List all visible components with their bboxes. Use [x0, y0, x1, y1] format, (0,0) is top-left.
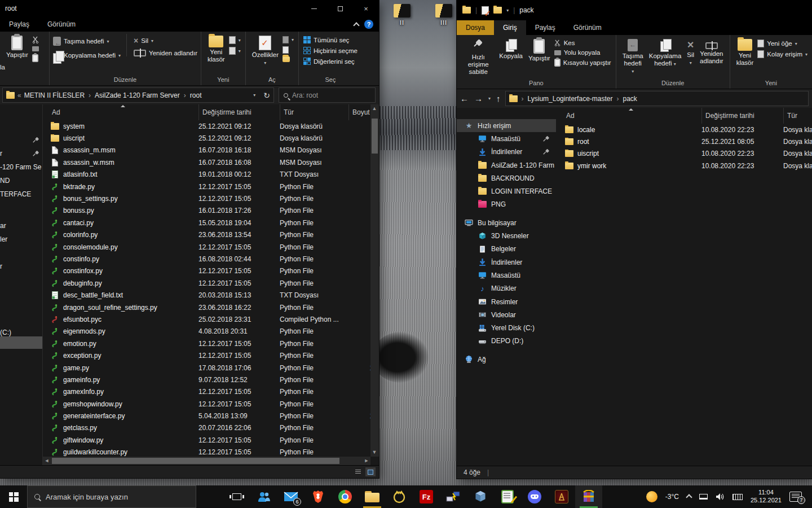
- file-row[interactable]: assassin_w.msm16.07.2018 16:08MSM Dosyas…: [43, 156, 379, 168]
- hidden-icons-button[interactable]: [683, 485, 695, 508]
- breadcrumb-item[interactable]: AsilZade 1-120 Farm Server: [95, 91, 180, 99]
- back-icon[interactable]: ←: [460, 94, 469, 103]
- horizontal-scrollbar[interactable]: ◄ ►: [43, 457, 370, 465]
- help-icon[interactable]: ?: [364, 20, 373, 29]
- copy-button[interactable]: Kopyala: [496, 37, 526, 62]
- sidebar-item-depo-d-[interactable]: DEPO (D:): [457, 335, 556, 348]
- file-row[interactable]: atlasinfo.txt19.01.2018 00:12TXT Dosyası: [43, 169, 379, 181]
- scroll-up-icon[interactable]: ▲: [370, 104, 378, 113]
- column-header-name[interactable]: Ad: [556, 108, 701, 124]
- nav-item-clipped[interactable]: ler: [0, 233, 42, 246]
- nav-item-clipped[interactable]: -120 Farm Se: [0, 161, 42, 173]
- new-folder-button[interactable]: Yeniklasör: [734, 37, 757, 68]
- right-titlebar[interactable]: | ▾ | pack: [457, 0, 812, 20]
- select-all-button[interactable]: Tümünü seç: [303, 36, 358, 43]
- cut-button[interactable]: Kes: [554, 40, 611, 46]
- pin-quick-access-button[interactable]: Hızlı erişimesabitle: [460, 37, 496, 78]
- file-row[interactable]: constinfox.py12.12.2017 15:05Python File…: [43, 265, 379, 277]
- task-view-button[interactable]: [223, 485, 250, 508]
- address-bar[interactable]: « METIN II FİLESLER › AsilZade 1-120 Far…: [2, 87, 274, 103]
- nav-item-clipped[interactable]: [0, 336, 42, 349]
- invert-selection-button[interactable]: Diğerlerini seç: [303, 58, 358, 65]
- select-none-button[interactable]: Hiçbirini seçme: [303, 47, 358, 54]
- nav-item-clipped[interactable]: TERFACE: [0, 188, 42, 200]
- left-nav-pane-clipped[interactable]: r-120 Farm SeNDTERFACEarlerr(C:): [0, 104, 43, 465]
- collapse-ribbon-icon[interactable]: [353, 22, 359, 28]
- file-row[interactable]: efsunbot.pyc25.02.2018 23:31Compiled Pyt…: [43, 313, 379, 325]
- minimize-button[interactable]: [301, 0, 327, 17]
- vertical-scroll-thumb[interactable]: [372, 119, 378, 154]
- new-folder-button[interactable]: Yeniklasör: [205, 34, 228, 65]
- copy-to-button[interactable]: Kopyalama hedefi▾: [53, 51, 121, 60]
- file-row[interactable]: colorinfo.py23.06.2018 13:54Python File: [43, 229, 379, 241]
- vertical-scrollbar[interactable]: ▲ ▼: [370, 104, 379, 457]
- file-row[interactable]: root25.12.2021 08:05Dosya klasörü: [556, 135, 812, 147]
- close-button[interactable]: ×: [353, 0, 379, 17]
- scroll-right-icon[interactable]: ►: [363, 457, 370, 465]
- file-row[interactable]: constinfo.py16.08.2018 02:44Python File1: [43, 253, 379, 265]
- sidebar-item-masa-st-[interactable]: Masaüstü: [457, 132, 556, 145]
- volume-button[interactable]: [712, 485, 728, 508]
- breadcrumb-overflow[interactable]: «: [17, 91, 21, 99]
- details-view-button[interactable]: [353, 467, 363, 476]
- sidebar-item-3d-nesneler[interactable]: 3D Nesneler: [457, 229, 556, 242]
- desktop-icon-ii[interactable]: II: [383, 4, 421, 26]
- rename-button[interactable]: Yeniden adlandır: [134, 50, 197, 56]
- start-button[interactable]: [0, 485, 27, 508]
- sidebar-item-yerel-disk-c-[interactable]: Yerel Disk (C:): [457, 321, 556, 334]
- scroll-left-icon[interactable]: ◄: [43, 457, 51, 465]
- paste-shortcut-button[interactable]: Kısayolu yapıştır: [554, 59, 611, 67]
- sidebar-item-i-ndirilenler[interactable]: İndirilenler: [457, 256, 556, 269]
- sidebar-item-videolar[interactable]: Videolar: [457, 308, 556, 321]
- file-row[interactable]: uiscript10.08.2020 22:23Dosya klasörü: [556, 148, 812, 160]
- thumbnail-view-button[interactable]: [365, 467, 376, 476]
- column-header-date[interactable]: Değiştirme tarihi: [198, 104, 280, 120]
- qat-new-folder-icon[interactable]: [493, 7, 502, 14]
- sidebar-item-h-zl-eri-im[interactable]: ★Hızlı erişim: [457, 119, 556, 132]
- left-titlebar[interactable]: root ×: [0, 0, 379, 17]
- paste-button[interactable]: Yapıştır: [526, 37, 553, 64]
- discord-button[interactable]: [521, 485, 548, 508]
- file-row[interactable]: gamexInfo.py12.12.2017 15:05Python File1: [43, 386, 379, 398]
- winscp-button[interactable]: [440, 485, 467, 508]
- paste-shortcut-button[interactable]: [32, 54, 39, 62]
- nav-item-clipped[interactable]: [0, 134, 42, 146]
- paste-button[interactable]: Yapıştır: [3, 34, 31, 60]
- file-row[interactable]: gemshopwindow.py12.12.2017 15:05Python F…: [43, 398, 379, 410]
- tab-gorunum[interactable]: Görünüm: [564, 20, 611, 35]
- copy-path-button[interactable]: [32, 46, 39, 51]
- column-header-name[interactable]: Ad: [43, 104, 198, 120]
- touch-keyboard-button[interactable]: [729, 485, 746, 508]
- file-row[interactable]: ymir work10.08.2020 22:23Dosya klasörü: [556, 160, 812, 172]
- cut-button[interactable]: [32, 36, 39, 43]
- breadcrumb-item[interactable]: root: [190, 91, 202, 99]
- delete-button[interactable]: ×Sil▾: [134, 37, 197, 45]
- tab-giris[interactable]: Giriş: [494, 20, 526, 35]
- forward-icon[interactable]: →: [474, 94, 483, 103]
- nav-item-clipped[interactable]: r: [0, 260, 42, 273]
- file-row[interactable]: eigenmods.py4.08.2018 20:31Python File3: [43, 326, 379, 338]
- sidebar-item-login-interface[interactable]: LOGIN INTERFACE: [457, 185, 556, 198]
- new-item-button[interactable]: ▾: [229, 36, 241, 44]
- column-header-type[interactable]: Tür: [783, 108, 812, 124]
- file-row[interactable]: debuginfo.py12.12.2017 15:05Python File: [43, 277, 379, 289]
- metin2-button[interactable]: [548, 485, 575, 508]
- navicat-button[interactable]: [386, 485, 413, 508]
- tab-paylas[interactable]: Paylaş: [526, 20, 564, 35]
- file-row[interactable]: uiscript25.12.2021 09:12Dosya klasörü: [43, 132, 379, 144]
- tab-dosya[interactable]: Dosya: [457, 20, 494, 35]
- open-button[interactable]: [283, 46, 294, 54]
- mail-button[interactable]: 6: [277, 485, 304, 508]
- people-button[interactable]: [250, 485, 277, 508]
- network-button[interactable]: [696, 485, 711, 508]
- move-to-button[interactable]: Taşımahedefi ▾: [620, 37, 646, 77]
- up-icon[interactable]: ↑: [496, 94, 501, 103]
- sidebar-item-a-[interactable]: Ağ: [457, 353, 556, 366]
- taskbar-search[interactable]: Aramak için buraya yazın: [27, 485, 196, 508]
- sidebar-item-asilzade-1-120-farm-se[interactable]: AsilZade 1-120 Farm Se: [457, 159, 556, 172]
- weather-button[interactable]: [643, 485, 661, 508]
- refresh-icon[interactable]: ↻: [263, 91, 270, 100]
- file-row[interactable]: locale10.08.2020 22:23Dosya klasörü: [556, 124, 812, 135]
- address-bar[interactable]: › Lysium_Loginterface-master › pack: [505, 91, 809, 106]
- sidebar-item-masa-st-[interactable]: Masaüstü: [457, 269, 556, 282]
